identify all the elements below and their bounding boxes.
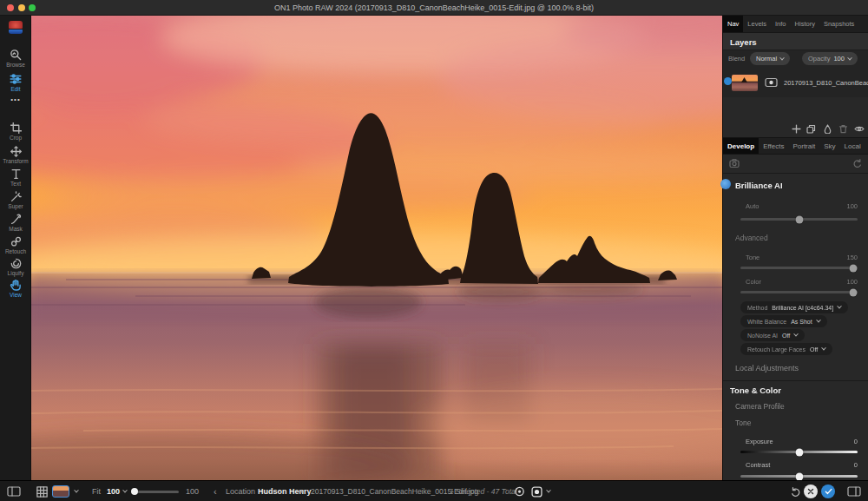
tone-section-label[interactable]: Tone — [735, 419, 751, 427]
right-panel: Nav Levels Info History Snapshots Layers… — [722, 16, 868, 480]
view-mode-chevron[interactable] — [75, 481, 78, 501]
reset-edits-button[interactable] — [790, 481, 801, 501]
bottom-bar: Fit 100 100 ‹ Location Hudson Henry 2017… — [0, 480, 868, 501]
edit-icon — [10, 73, 22, 85]
tab-snapshots[interactable]: Snapshots — [819, 16, 858, 32]
exposure-label: Exposure — [746, 438, 773, 445]
chevron-down-icon — [779, 55, 785, 60]
brilliance-ai-title[interactable]: Brilliance AI — [735, 181, 783, 190]
on1-photo-raw-window: ON1 Photo RAW 2024 (20170913_D810_CanonB… — [0, 0, 868, 501]
edit-tabs: Develop Effects Portrait Sky Local — [723, 137, 868, 155]
add-layer-button[interactable] — [792, 124, 801, 135]
super-select-tool-label[interactable]: Super — [0, 203, 31, 209]
liquify-tool-label[interactable]: Liquify — [0, 270, 31, 276]
liquify-icon — [10, 258, 22, 269]
selection-status: 1 Selected - 47 Total — [450, 481, 517, 501]
mask-tool-label[interactable]: Mask — [0, 226, 31, 232]
retouch-faces-dropdown[interactable]: Retouch Large Faces Off — [740, 343, 832, 355]
auto-slider[interactable] — [740, 218, 858, 221]
zoom-level-value[interactable]: 100 — [107, 481, 120, 501]
tab-develop[interactable]: Develop — [723, 138, 759, 154]
text-icon — [10, 168, 22, 180]
tab-levels[interactable]: Levels — [743, 16, 771, 32]
tone-color-title[interactable]: Tone & Color — [730, 386, 781, 395]
layer-edited-badge — [724, 77, 732, 85]
browse-icon — [10, 49, 22, 61]
reset-icon[interactable] — [852, 158, 863, 170]
opacity-dropdown[interactable]: Opacity 100 — [802, 52, 858, 65]
layer-name[interactable]: 20170913_D810_CanonBeachHeike. — [784, 79, 868, 87]
tab-nav[interactable]: Nav — [723, 16, 743, 32]
mask-view-button[interactable] — [531, 481, 542, 501]
location-chevron[interactable] — [300, 481, 304, 501]
tab-local[interactable]: Local — [840, 138, 865, 154]
layer-type-icon — [765, 77, 779, 89]
tab-portrait[interactable]: Portrait — [788, 138, 819, 154]
visibility-eye-button[interactable] — [854, 124, 865, 135]
auto-label: Auto — [746, 202, 759, 210]
tone-value: 150 — [846, 254, 858, 261]
magic-wand-icon — [10, 191, 22, 202]
white-balance-dropdown[interactable]: White Balance As Shot — [740, 315, 827, 327]
blend-label: Blend — [728, 55, 745, 63]
method-dropdown[interactable]: Method Brilliance AI [c4c64.34] — [740, 301, 848, 313]
blend-mode-dropdown[interactable]: Normal — [750, 52, 790, 65]
view-tool-label[interactable]: View — [0, 292, 31, 298]
layer-tools-row — [723, 122, 868, 137]
contrast-slider[interactable] — [740, 475, 858, 478]
layer-thumbnail[interactable] — [732, 75, 758, 91]
develop-toolbar-row — [723, 155, 868, 172]
layers-title: Layers — [730, 37, 757, 47]
tab-effects[interactable]: Effects — [759, 138, 788, 154]
color-slider[interactable] — [740, 291, 858, 293]
camera-profile-label[interactable]: Camera Profile — [735, 402, 785, 411]
brilliance-ai-icon[interactable] — [720, 179, 731, 189]
panel-tabs: Nav Levels Info History Snapshots — [723, 16, 868, 33]
browse-module-label[interactable]: Browse — [0, 62, 31, 68]
cancel-button[interactable] — [804, 485, 818, 498]
local-adjustments-section[interactable]: Local Adjustments — [735, 364, 799, 372]
duplicate-layer-button[interactable] — [806, 124, 816, 135]
left-panel-toggle-button[interactable] — [7, 481, 21, 501]
nonoise-dropdown[interactable]: NoNoise AI Off — [740, 329, 805, 341]
window-title: ON1 Photo RAW 2024 (20170913_D810_CanonB… — [0, 3, 868, 12]
tab-sky[interactable]: Sky — [819, 138, 839, 154]
retouch-icon — [10, 236, 22, 247]
zoom-dropdown-chevron[interactable] — [123, 481, 127, 501]
transform-tool-label[interactable]: Transform — [0, 158, 31, 164]
layers-header: Layers — [723, 33, 868, 50]
grid-view-button[interactable] — [36, 481, 48, 501]
on1-logo — [0, 21, 31, 34]
more-modules-button[interactable]: ••• — [0, 96, 31, 103]
edit-module-label[interactable]: Edit — [0, 86, 31, 92]
color-value: 100 — [846, 278, 858, 286]
tab-info[interactable]: Info — [771, 16, 791, 32]
transform-icon — [10, 146, 22, 157]
photo-canvas[interactable] — [31, 16, 722, 480]
chevron-down-icon — [793, 332, 799, 337]
merge-layer-button[interactable] — [823, 124, 832, 135]
chevron-down-icon — [821, 346, 826, 351]
photo-view-button[interactable] — [52, 481, 69, 501]
view-hand-icon — [10, 279, 22, 291]
tone-slider[interactable] — [740, 267, 858, 269]
tab-history[interactable]: History — [791, 16, 819, 32]
zoom-slider[interactable] — [132, 491, 179, 493]
back-chevron[interactable]: ‹ — [214, 481, 217, 501]
crop-tool-label[interactable]: Crop — [0, 135, 31, 141]
text-tool-label[interactable]: Text — [0, 181, 31, 187]
delete-layer-button[interactable] — [838, 124, 848, 135]
color-label: Color — [746, 278, 761, 286]
exposure-slider[interactable] — [740, 451, 858, 453]
preview-eye-button[interactable] — [514, 481, 525, 501]
retouch-tool-label[interactable]: Retouch — [0, 248, 31, 254]
mask-view-chevron[interactable] — [547, 481, 550, 501]
right-panel-toggle-button[interactable] — [847, 481, 861, 501]
auto-value: 100 — [846, 202, 858, 210]
done-button[interactable] — [821, 485, 835, 498]
advanced-label[interactable]: Advanced — [735, 234, 768, 242]
fit-label[interactable]: Fit — [92, 481, 101, 501]
snapshot-camera-button[interactable] — [729, 158, 740, 170]
chevron-down-icon — [847, 55, 852, 60]
title-bar: ON1 Photo RAW 2024 (20170913_D810_CanonB… — [0, 0, 868, 16]
